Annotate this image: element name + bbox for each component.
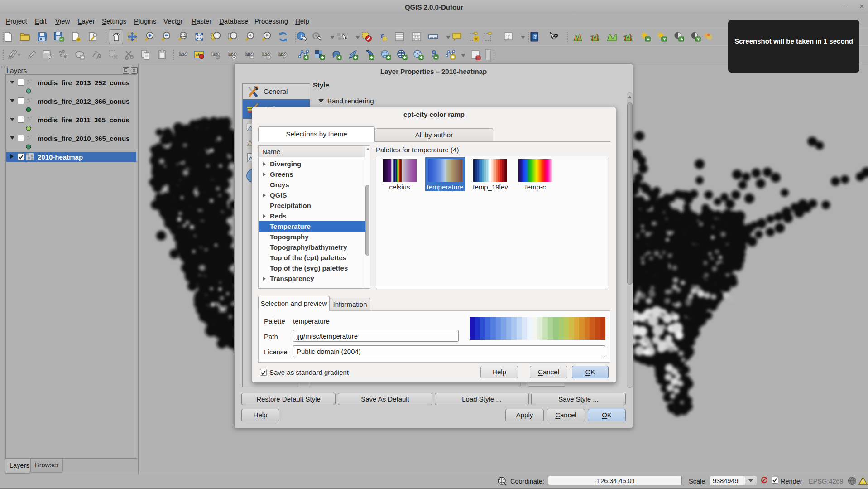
svg-text:abc: abc <box>179 52 187 57</box>
svg-text:?: ? <box>554 33 558 41</box>
svg-text:1:1: 1:1 <box>181 34 186 38</box>
svg-text:T: T <box>507 33 510 40</box>
svg-text:?: ? <box>533 34 537 39</box>
